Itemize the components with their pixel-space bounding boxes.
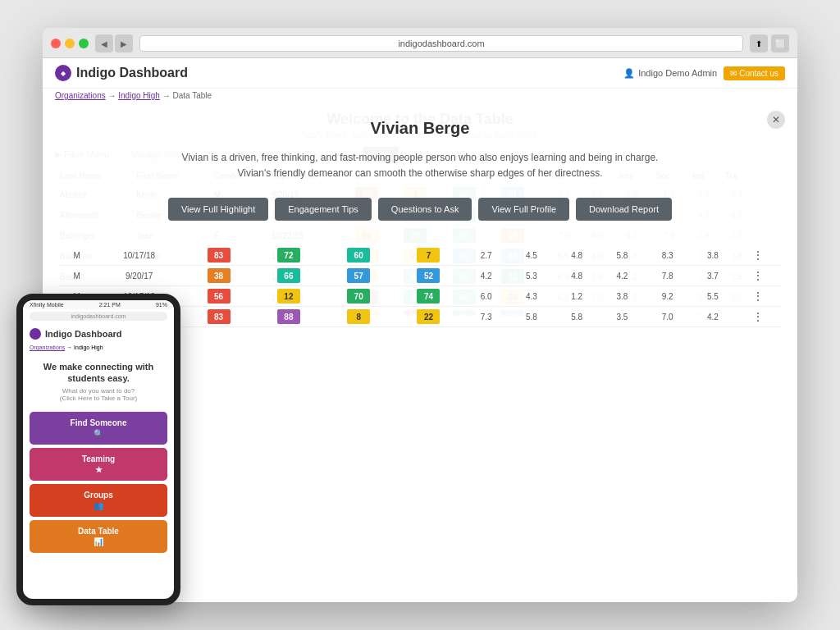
phone-menu-label: Find Someone — [71, 418, 127, 427]
address-bar[interactable]: indigodashboard.com — [139, 35, 743, 52]
phone-url-bar[interactable]: indigodashboard.com — [30, 312, 167, 321]
phone-menu: Find Someone 🔍 Teaming ★ Groups 👥 Data T… — [23, 409, 174, 556]
admin-name: Indigo Demo Admin — [638, 68, 717, 78]
admin-avatar-icon: 👤 — [623, 68, 635, 79]
phone-menu-label: Groups — [84, 491, 113, 500]
action-buttons: View Full Highlight Engagement Tips Ques… — [168, 198, 672, 221]
breadcrumb-organizations[interactable]: Organizations — [55, 91, 106, 100]
phone-menu-label: Teaming — [82, 454, 115, 463]
phone-battery: 91% — [156, 302, 167, 308]
breadcrumb-arrow1: → — [107, 91, 116, 100]
phone-status-bar: Xfinity Mobile 2:21 PM 91% — [23, 300, 174, 309]
header-right: 👤 Indigo Demo Admin ✉ Contact us — [623, 66, 785, 80]
phone-menu-data-table[interactable]: Data Table 📊 — [30, 520, 167, 553]
phone-menu-groups[interactable]: Groups 👥 — [30, 484, 167, 517]
close-traffic-light[interactable] — [51, 39, 61, 48]
forward-button[interactable]: ▶ — [115, 34, 133, 52]
download-report-button[interactable]: Download Report — [576, 198, 672, 221]
window-button[interactable]: ⬜ — [771, 34, 789, 52]
browser-chrome: ◀ ▶ indigodashboard.com ⬆ ⬜ — [43, 28, 797, 58]
mobile-phone: Xfinity Mobile 2:21 PM 91% indigodashboa… — [16, 294, 180, 605]
phone-app-title: Indigo Dashboard — [45, 329, 122, 339]
search-icon: 🔍 — [94, 429, 103, 438]
person-name: Vivian Berge — [371, 119, 470, 138]
minimize-traffic-light[interactable] — [65, 39, 75, 48]
phone-logo-icon — [30, 328, 41, 340]
app-header: ◆ Indigo Dashboard 👤 Indigo Demo Admin ✉… — [43, 58, 797, 89]
browser-actions: ⬆ ⬜ — [750, 34, 789, 52]
engagement-tips-button[interactable]: Engagement Tips — [275, 198, 372, 221]
view-full-highlight-button[interactable]: View Full Highlight — [168, 198, 268, 221]
phone-menu-find-someone[interactable]: Find Someone 🔍 — [30, 412, 167, 445]
phone-carrier: Xfinity Mobile — [30, 302, 64, 308]
breadcrumb: Organizations → Indigo High → Data Table — [43, 89, 797, 103]
table-row[interactable]: M9/20/17 38 66 57 52 4.25.34.84.27.83.7 … — [59, 266, 781, 286]
view-full-profile-button[interactable]: View Full Profile — [478, 198, 569, 221]
phone-breadcrumb-arrow: → — [66, 345, 74, 350]
phone-hero-title: We make connecting with students easy. — [30, 361, 167, 385]
person-bio: Vivian is a driven, free thinking, and f… — [174, 150, 666, 181]
breadcrumb-arrow2: → — [162, 91, 173, 100]
questions-to-ask-button[interactable]: Questions to Ask — [378, 198, 472, 221]
contact-label: Contact us — [739, 69, 778, 78]
table-row[interactable]: M10/17/18 83 72 60 7 2.74.54.85.88.33.8 … — [59, 245, 781, 266]
share-button[interactable]: ⬆ — [750, 34, 768, 52]
admin-info: 👤 Indigo Demo Admin — [623, 68, 717, 79]
contact-button[interactable]: ✉ Contact us — [724, 66, 785, 80]
traffic-lights — [51, 39, 89, 48]
breadcrumb-indigo-high[interactable]: Indigo High — [118, 91, 160, 100]
phone-app-header: Indigo Dashboard — [23, 323, 174, 345]
table-icon: 📊 — [94, 537, 103, 546]
logo-icon: ◆ — [55, 65, 71, 81]
phone-hero-subtitle: What do you want to do?(Click Here to Ta… — [30, 387, 167, 402]
groups-icon: 👥 — [94, 501, 103, 510]
phone-hero: We make connecting with students easy. W… — [23, 354, 174, 409]
back-button[interactable]: ◀ — [95, 34, 113, 52]
team-icon: ★ — [95, 465, 103, 474]
phone-breadcrumb: Organizations → Indigo High — [23, 345, 174, 354]
phone-menu-label: Data Table — [78, 527, 119, 536]
nav-buttons: ◀ ▶ — [95, 34, 133, 52]
app-title: Indigo Dashboard — [76, 66, 188, 80]
app-logo: ◆ Indigo Dashboard — [55, 65, 188, 81]
phone-breadcrumb-school: Indigo High — [74, 345, 103, 350]
breadcrumb-current: Data Table — [172, 91, 212, 100]
phone-breadcrumb-org[interactable]: Organizations — [30, 345, 65, 350]
mail-icon: ✉ — [730, 69, 737, 78]
phone-time: 2:21 PM — [99, 302, 121, 308]
close-button[interactable]: ✕ — [767, 111, 785, 129]
phone-menu-teaming[interactable]: Teaming ★ — [30, 448, 167, 481]
maximize-traffic-light[interactable] — [79, 39, 89, 48]
